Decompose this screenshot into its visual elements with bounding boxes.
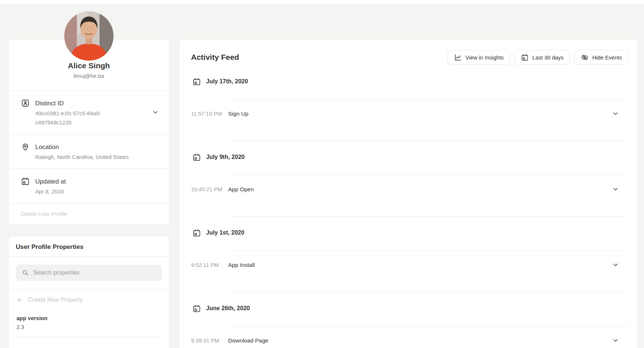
calendar-icon bbox=[193, 304, 201, 313]
activity-feed-title: Activity Feed bbox=[191, 53, 239, 62]
activity-feed-card: Activity Feed View in Insights Last 30 d… bbox=[179, 39, 638, 348]
plus-icon bbox=[16, 297, 22, 303]
user-profile-card: Alice Singh limuj@he.ba Distinct ID 49cc… bbox=[8, 39, 170, 225]
event-name: Download Page bbox=[228, 337, 612, 344]
event-name: App Install bbox=[228, 262, 612, 268]
event-time: 11:57:10 PM bbox=[191, 110, 228, 117]
button-label: Last 30 days bbox=[532, 54, 564, 61]
calendar-icon bbox=[21, 177, 30, 196]
calendar-icon bbox=[521, 54, 529, 61]
chevron-down-icon[interactable] bbox=[612, 337, 619, 344]
date-label: July 17th, 2020 bbox=[206, 78, 248, 85]
search-properties-input[interactable] bbox=[33, 269, 156, 276]
event-row[interactable]: 9:52:11 PM App Install bbox=[191, 251, 629, 279]
calendar-icon bbox=[193, 153, 201, 162]
date-header: July 9th, 2020 bbox=[191, 152, 629, 162]
date-group: June 26th, 2020 9:39:31 PM Download Page bbox=[191, 304, 629, 348]
event-time: 9:39:31 PM bbox=[191, 337, 228, 344]
line-chart-icon bbox=[454, 54, 462, 61]
user-profile-properties-card: User Profile Properties Create New Prope… bbox=[8, 236, 170, 348]
top-strip bbox=[0, 0, 644, 4]
id-badge-icon bbox=[21, 98, 30, 127]
event-name: Sign Up bbox=[228, 110, 612, 117]
create-new-property-label: Create New Property bbox=[28, 297, 83, 303]
hide-events-button[interactable]: Hide Events bbox=[574, 50, 629, 65]
button-label: Hide Events bbox=[592, 54, 622, 61]
date-label: June 26th, 2020 bbox=[206, 305, 250, 312]
chevron-down-icon[interactable] bbox=[612, 186, 619, 193]
divider bbox=[228, 216, 629, 217]
left-column: Alice Singh limuj@he.ba Distinct ID 49cc… bbox=[8, 39, 170, 348]
avatar bbox=[64, 11, 114, 61]
properties-panel-title: User Profile Properties bbox=[8, 236, 169, 256]
field-updated-at: Updated at Apr 8, 2020 bbox=[8, 169, 169, 203]
event-row[interactable]: 10:45:21 PM App Open bbox=[191, 175, 629, 203]
chevron-down-icon[interactable] bbox=[612, 261, 619, 268]
button-label: View in Insights bbox=[465, 54, 504, 61]
search-icon bbox=[22, 269, 29, 276]
divider bbox=[17, 337, 161, 337]
date-group: July 17th, 2020 11:57:10 PM Sign Up bbox=[191, 77, 629, 141]
property-list: app version 2.3 bbox=[8, 310, 169, 342]
field-location: Location Raleigh, North Carolina, United… bbox=[8, 134, 169, 168]
chevron-down-icon[interactable] bbox=[612, 110, 619, 117]
event-time: 9:52:11 PM bbox=[191, 262, 228, 268]
property-item[interactable]: app version 2.3 bbox=[8, 310, 169, 342]
date-group: July 1st, 2020 9:52:11 PM App Install bbox=[191, 228, 629, 292]
field-label: Distinct ID bbox=[35, 100, 64, 107]
view-in-insights-button[interactable]: View in Insights bbox=[447, 50, 510, 65]
date-label: July 9th, 2020 bbox=[206, 154, 245, 160]
eye-off-icon bbox=[581, 54, 589, 61]
date-range-button[interactable]: Last 30 days bbox=[514, 50, 570, 65]
chevron-down-icon[interactable] bbox=[152, 109, 159, 116]
delete-user-profile-button[interactable]: Delete User Profile bbox=[8, 203, 169, 224]
activity-feed-groups: July 17th, 2020 11:57:10 PM Sign Up July… bbox=[191, 77, 629, 348]
property-value: 2.3 bbox=[17, 323, 161, 331]
search-properties-box bbox=[16, 265, 162, 281]
date-header: July 1st, 2020 bbox=[191, 228, 629, 238]
field-value: 49cc0381-e1fc-57c5-84a0-c497949c1220 bbox=[35, 109, 120, 127]
event-time: 10:45:21 PM bbox=[191, 186, 228, 192]
property-name: app version bbox=[17, 314, 161, 323]
profile-name: Alice Singh bbox=[16, 61, 162, 70]
field-value: Raleigh, North Carolina, United States bbox=[35, 152, 157, 162]
profile-email: limuj@he.ba bbox=[16, 72, 162, 80]
calendar-icon bbox=[193, 229, 201, 237]
event-row[interactable]: 11:57:10 PM Sign Up bbox=[191, 99, 629, 128]
divider bbox=[228, 292, 629, 292]
location-pin-icon bbox=[21, 142, 30, 162]
field-label: Location bbox=[35, 144, 59, 151]
date-label: July 1st, 2020 bbox=[206, 229, 244, 236]
event-name: App Open bbox=[228, 186, 612, 193]
divider bbox=[228, 141, 629, 141]
date-header: June 26th, 2020 bbox=[191, 304, 629, 313]
date-header: July 17th, 2020 bbox=[191, 77, 629, 86]
field-label: Updated at bbox=[35, 178, 66, 185]
date-group: July 9th, 2020 10:45:21 PM App Open bbox=[191, 152, 629, 217]
event-row[interactable]: 9:39:31 PM Download Page bbox=[191, 326, 629, 348]
avatar-image bbox=[64, 11, 114, 61]
create-new-property-button[interactable]: Create New Property bbox=[8, 290, 169, 310]
calendar-icon bbox=[193, 77, 201, 86]
field-distinct-id: Distinct ID 49cc0381-e1fc-57c5-84a0-c497… bbox=[8, 91, 169, 134]
field-value: Apr 8, 2020 bbox=[35, 187, 157, 196]
